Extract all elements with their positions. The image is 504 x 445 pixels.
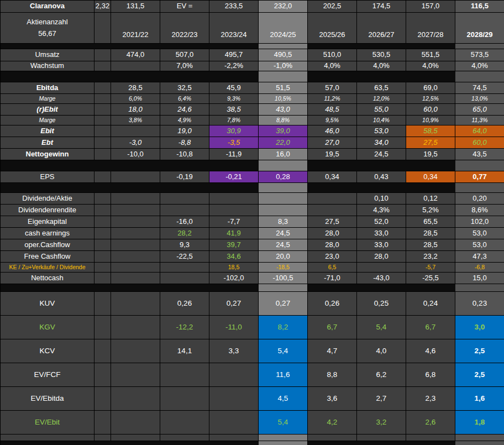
- cell-kcv-7[interactable]: 2,5: [455, 339, 504, 363]
- cell-ebit-1[interactable]: 19,0: [160, 125, 209, 137]
- cell-ebit-7[interactable]: 64,0: [455, 125, 504, 137]
- cell-oper-cashflow-4[interactable]: 28,0: [308, 239, 357, 251]
- cell-oper-cashflow-narrow[interactable]: [95, 239, 111, 251]
- cell-ev-2[interactable]: 233,5: [209, 1, 259, 13]
- row-label-ebitda[interactable]: Ebitda: [1, 82, 95, 94]
- cell-dividende-aktie-6[interactable]: 0,12: [406, 193, 455, 205]
- cell-rebit-marge-5[interactable]: 10,4%: [357, 116, 406, 125]
- cell-cash-earnings-4[interactable]: 28,0: [308, 228, 357, 239]
- cell-kuv-1[interactable]: 0,26: [160, 292, 209, 316]
- cell-nettocash-4[interactable]: -71,0: [308, 273, 357, 284]
- cell-eps-0[interactable]: [111, 171, 160, 183]
- cell-kgv-3[interactable]: 8,2: [259, 316, 308, 339]
- col-header-2026-27[interactable]: 2026/27: [357, 13, 406, 44]
- cell-ke-zu-verkaeufe-dividende-1[interactable]: [160, 263, 209, 273]
- row-label-ebt[interactable]: Ebt: [1, 137, 95, 149]
- cell-ev-narrow[interactable]: 2,32: [95, 1, 111, 13]
- cell-kgv-7[interactable]: 3,0: [455, 316, 504, 339]
- cell-nettogewinn-5[interactable]: 24,5: [357, 149, 406, 160]
- cell-footer-1-3[interactable]: [259, 434, 308, 441]
- row-label-dividendenrendite[interactable]: Dividendenrendite: [1, 205, 95, 216]
- cell-cash-earnings-3[interactable]: 24,5: [259, 228, 308, 239]
- cell-kuv-7[interactable]: 0,23: [455, 292, 504, 316]
- cell-ev-fcf-2[interactable]: [209, 363, 259, 387]
- cell-nettocash-3[interactable]: -100,5: [259, 273, 308, 284]
- cell-dividendenrendite-narrow[interactable]: [95, 205, 111, 216]
- cell-footer-1-6[interactable]: [406, 434, 455, 441]
- cell-ev-ebit-6[interactable]: 2,6: [406, 411, 455, 434]
- cell-eps-7[interactable]: 0,77: [455, 171, 504, 183]
- cell-umsatz-narrow[interactable]: [95, 49, 111, 61]
- cell-wachstum-7[interactable]: 4,0%: [455, 61, 504, 71]
- cell-ke-zu-verkaeufe-dividende-2[interactable]: 18,5: [209, 263, 259, 273]
- cell-ev-ebit-3[interactable]: 5,4: [259, 411, 308, 434]
- cell-eigenkapital-2[interactable]: -7,7: [209, 216, 259, 228]
- col-header-2024-25[interactable]: 2024/25: [259, 13, 308, 44]
- cell-ev-fcf-5[interactable]: 6,2: [357, 363, 406, 387]
- cell-ebitda-marge-2[interactable]: 9,3%: [209, 94, 259, 104]
- cell-kcv-3[interactable]: 5,4: [259, 339, 308, 363]
- cell-footer-1-0[interactable]: [111, 434, 160, 441]
- cell-kuv-3[interactable]: 0,27: [259, 292, 308, 316]
- cell-ebit-narrow[interactable]: [95, 125, 111, 137]
- cell-dividende-aktie-3[interactable]: [259, 193, 308, 205]
- cell-cash-earnings-1[interactable]: 28,2: [160, 228, 209, 239]
- cell-ev-ebit-7[interactable]: 1,8: [455, 411, 504, 434]
- col-header-2025-26[interactable]: 2025/26: [308, 13, 357, 44]
- cell-kcv-narrow[interactable]: [95, 339, 111, 363]
- cell-ev-fcf-4[interactable]: 8,8: [308, 363, 357, 387]
- cell-ebit-4[interactable]: 46,0: [308, 125, 357, 137]
- cell-ebt-1[interactable]: -8,8: [160, 137, 209, 149]
- cell-free-cashflow-1[interactable]: -22,5: [160, 251, 209, 263]
- cell-eps-4[interactable]: 0,34: [308, 171, 357, 183]
- cell-nettogewinn-2[interactable]: -11,9: [209, 149, 259, 160]
- row-label-dividende-aktie[interactable]: Dividende/Aktie: [1, 193, 95, 205]
- cell-eigenkapital-narrow[interactable]: [95, 216, 111, 228]
- cell-wachstum-narrow[interactable]: [95, 61, 111, 71]
- cell-free-cashflow-0[interactable]: [111, 251, 160, 263]
- cell-dividende-aktie-1[interactable]: [160, 193, 209, 205]
- cell-rebit-marge-1[interactable]: 4,9%: [160, 116, 209, 125]
- cell-wachstum-3[interactable]: -1,0%: [259, 61, 308, 71]
- cell-dividende-aktie-5[interactable]: 0,10: [357, 193, 406, 205]
- cell-eigenkapital-6[interactable]: 65,5: [406, 216, 455, 228]
- cell-ke-zu-verkaeufe-dividende-4[interactable]: 6,5: [308, 263, 357, 273]
- cell-ev-6[interactable]: 157,0: [406, 1, 455, 13]
- cell-kcv-5[interactable]: 4,0: [357, 339, 406, 363]
- cell-eigenkapital-3[interactable]: 8,3: [259, 216, 308, 228]
- cell-footer-1-1[interactable]: [160, 434, 209, 441]
- cell-eps-1[interactable]: -0,19: [160, 171, 209, 183]
- cell-ebitda-marge-3[interactable]: 10,5%: [259, 94, 308, 104]
- cell-ev-ebitda-6[interactable]: 2,3: [406, 387, 455, 411]
- cell-wachstum-0[interactable]: [111, 61, 160, 71]
- cell-ev-ebitda-narrow[interactable]: [95, 387, 111, 411]
- cell-ke-zu-verkaeufe-dividende-6[interactable]: -5,7: [406, 263, 455, 273]
- cell-kuv-5[interactable]: 0,25: [357, 292, 406, 316]
- cell-rebit-marge-0[interactable]: 3,8%: [111, 116, 160, 125]
- cell-rebit-3[interactable]: 43,0: [259, 104, 308, 116]
- cell-dividendenrendite-6[interactable]: 5,2%: [406, 205, 455, 216]
- row-label-kgv[interactable]: KGV: [1, 316, 95, 339]
- cell-footer-1-7[interactable]: [455, 434, 504, 441]
- cell-cash-earnings-6[interactable]: 28,5: [406, 228, 455, 239]
- cell-ebitda-marge-0[interactable]: 6,0%: [111, 94, 160, 104]
- cell-dividende-aktie-2[interactable]: [209, 193, 259, 205]
- cell-rebit-2[interactable]: 38,5: [209, 104, 259, 116]
- cell-ev-ebitda-5[interactable]: 2,7: [357, 387, 406, 411]
- cell-dividende-aktie-narrow[interactable]: [95, 193, 111, 205]
- cell-kcv-4[interactable]: 4,7: [308, 339, 357, 363]
- row-label-kuv[interactable]: KUV: [1, 292, 95, 316]
- cell-kgv-0[interactable]: [111, 316, 160, 339]
- cell-nettocash-5[interactable]: -43,0: [357, 273, 406, 284]
- cell-rebit-marge-3[interactable]: 8,8%: [259, 116, 308, 125]
- cell-umsatz-1[interactable]: 507,0: [160, 49, 209, 61]
- cell-ebit-3[interactable]: 39,0: [259, 125, 308, 137]
- cell-ev-1[interactable]: EV =: [160, 1, 209, 13]
- row-label-ev[interactable]: Claranova: [1, 1, 95, 13]
- cell-eigenkapital-1[interactable]: -16,0: [160, 216, 209, 228]
- cell-free-cashflow-3[interactable]: 20,0: [259, 251, 308, 263]
- cell-ev-7[interactable]: 116,5: [455, 1, 504, 13]
- row-label-ebitda-marge[interactable]: Marge: [1, 94, 95, 104]
- cell-eps-5[interactable]: 0,43: [357, 171, 406, 183]
- cell-kgv-6[interactable]: 6,7: [406, 316, 455, 339]
